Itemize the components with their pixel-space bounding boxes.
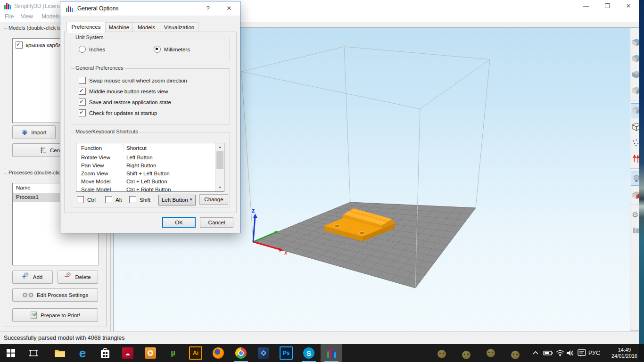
view-cube-selected-icon[interactable] — [631, 103, 639, 117]
lighting-bulb-icon[interactable] — [631, 172, 639, 186]
scrollbar-thumb[interactable] — [216, 151, 223, 169]
wallpaper-emoji — [438, 350, 446, 358]
pref-save-state[interactable]: Save and restore application state — [79, 99, 171, 106]
tray-battery-icon[interactable] — [543, 344, 553, 362]
delete-process-button[interactable]: ⚙− Delete — [58, 271, 98, 284]
check-updates-checkbox[interactable] — [79, 109, 86, 116]
taskbar-firefox[interactable] — [207, 344, 229, 362]
menu-models[interactable]: Models — [41, 13, 60, 20]
tray-action-center-icon[interactable] — [577, 344, 586, 362]
cross-section-icon[interactable] — [631, 189, 639, 202]
shift-checkbox[interactable] — [129, 196, 136, 203]
table-row[interactable]: Move ModelCtrl + Left Button — [76, 178, 224, 186]
taskbar-store[interactable] — [94, 344, 116, 362]
task-view-button[interactable] — [23, 344, 44, 362]
millimeters-radio[interactable] — [154, 46, 161, 53]
modifier-alt[interactable]: Alt — [105, 196, 122, 203]
pref-check-updates[interactable]: Check for updates at startup — [79, 109, 157, 116]
prepare-to-print-button[interactable]: ✓ Prepare to Print! — [12, 308, 98, 322]
tray-volume-icon[interactable] — [566, 344, 575, 362]
taskbar-file-explorer[interactable] — [49, 344, 71, 362]
pref-swap-scroll[interactable]: Swap mouse scroll wheel zoom direction — [79, 77, 187, 84]
table-row[interactable]: Scale ModelCtrl + Right Button — [76, 186, 224, 192]
menu-file[interactable]: File — [5, 13, 14, 20]
dialog-help-button[interactable]: ? — [201, 4, 215, 13]
table-row[interactable]: Pan ViewRight Button — [76, 162, 224, 170]
view-cube-4-icon[interactable] — [631, 84, 639, 97]
language-indicator[interactable]: РУС — [588, 344, 600, 362]
start-button[interactable] — [0, 344, 22, 362]
inches-radio[interactable] — [79, 46, 86, 53]
shortcuts-table[interactable]: Function Shortcut Rotate ViewLeft Button… — [76, 143, 224, 192]
edit-process-settings-button[interactable]: ⚙⚙ Edit Process Settings — [12, 288, 98, 302]
taskbar-utorrent[interactable]: µ — [162, 344, 184, 362]
scroll-up-icon[interactable]: ▲ — [216, 143, 224, 151]
ctrl-checkbox[interactable] — [77, 196, 84, 203]
swap-scroll-checkbox[interactable] — [79, 77, 86, 84]
add-gear-plus-icon: ⚙+ — [23, 273, 30, 281]
taskbar-illustrator[interactable]: Ai — [185, 344, 206, 362]
millimeters-option[interactable]: Millimeters — [154, 46, 190, 53]
table-row[interactable]: Zoom ViewShift + Left Button — [76, 170, 224, 178]
surface-normals-icon[interactable] — [631, 152, 639, 165]
model-visible-checkbox[interactable] — [16, 41, 23, 49]
dialog-title: General Options — [77, 5, 118, 12]
clock-date: 24/01/2016 — [611, 353, 637, 359]
chevron-down-icon: ▼ — [189, 195, 193, 205]
taskbar-media-player[interactable] — [140, 344, 161, 362]
taskbar-clock[interactable]: 14:49 24/01/2016 — [611, 344, 637, 362]
taskbar-chrome[interactable] — [230, 344, 252, 362]
tab-preferences[interactable]: Preferences — [66, 22, 106, 33]
desktop: Simplify3D (Licens — ❐ ✕ File View Model… — [0, 0, 644, 362]
machine-printer-icon[interactable] — [631, 224, 639, 237]
add-process-button[interactable]: ⚙+ Add — [12, 271, 53, 284]
view-cube-1-icon[interactable] — [631, 36, 639, 49]
toolbar-grip[interactable]: · · · · — [631, 29, 639, 33]
function-column-header[interactable]: Function — [81, 145, 102, 151]
inches-option[interactable]: Inches — [79, 46, 105, 53]
tray-chevron-icon[interactable] — [532, 344, 539, 362]
view-cube-3-icon[interactable] — [631, 68, 639, 81]
maximize-button[interactable]: ❐ — [600, 2, 614, 10]
view-cube-2-icon[interactable] — [631, 52, 639, 65]
middle-mouse-checkbox[interactable] — [79, 88, 86, 95]
change-button[interactable]: Change — [199, 194, 228, 205]
edge-browser-icon: e — [79, 346, 86, 361]
gears-icon: ⚙⚙ — [22, 291, 34, 299]
wireframe-view-icon[interactable] — [631, 120, 639, 133]
taskbar-media-codec[interactable] — [253, 344, 274, 362]
taskbar-skype[interactable]: S — [298, 344, 320, 362]
skype-icon: S — [303, 347, 314, 359]
table-row[interactable]: Rotate ViewLeft Button — [76, 154, 224, 162]
modifier-shift[interactable]: Shift — [129, 196, 150, 203]
firefox-icon — [213, 347, 224, 359]
cancel-button[interactable]: Cancel — [200, 217, 233, 228]
minimize-button[interactable]: — — [579, 2, 593, 10]
simplify3d-icon — [327, 348, 336, 358]
tray-wifi-icon[interactable] — [555, 344, 565, 362]
menu-view[interactable]: View — [21, 13, 33, 20]
close-button[interactable]: ✕ — [621, 2, 636, 10]
import-button[interactable]: Import — [12, 125, 56, 139]
clock-time: 14:49 — [618, 347, 631, 353]
taskbar-simplify3d-active[interactable] — [321, 344, 342, 362]
header-divider — [76, 153, 216, 153]
toolbar-separator — [630, 100, 639, 100]
save-state-checkbox[interactable] — [79, 99, 86, 106]
shortcut-column-header[interactable]: Shortcut — [126, 145, 147, 151]
shortcut-button-dropdown[interactable]: Left Button ▼ — [158, 195, 196, 206]
dialog-titlebar[interactable]: General Options ? ✕ — [60, 1, 240, 16]
model-list-item[interactable]: крышка карба — [16, 41, 61, 49]
modifier-ctrl[interactable]: Ctrl — [77, 196, 96, 203]
taskbar-pdf-reader[interactable] — [117, 344, 139, 362]
alt-checkbox[interactable] — [105, 196, 112, 203]
table-scrollbar[interactable]: ▲ ▼ — [215, 143, 224, 191]
point-cloud-icon[interactable] — [631, 136, 639, 149]
taskbar-edge[interactable]: e — [72, 344, 93, 362]
ok-button[interactable]: OK — [162, 217, 196, 228]
taskbar-photoshop[interactable]: Ps — [275, 344, 297, 362]
dialog-close-button[interactable]: ✕ — [222, 4, 236, 13]
scroll-down-icon[interactable]: ▼ — [216, 184, 224, 191]
pref-middle-mouse[interactable]: Middle mouse button resets view — [79, 88, 168, 95]
settings-gear-icon[interactable]: ⚙ — [631, 208, 639, 221]
